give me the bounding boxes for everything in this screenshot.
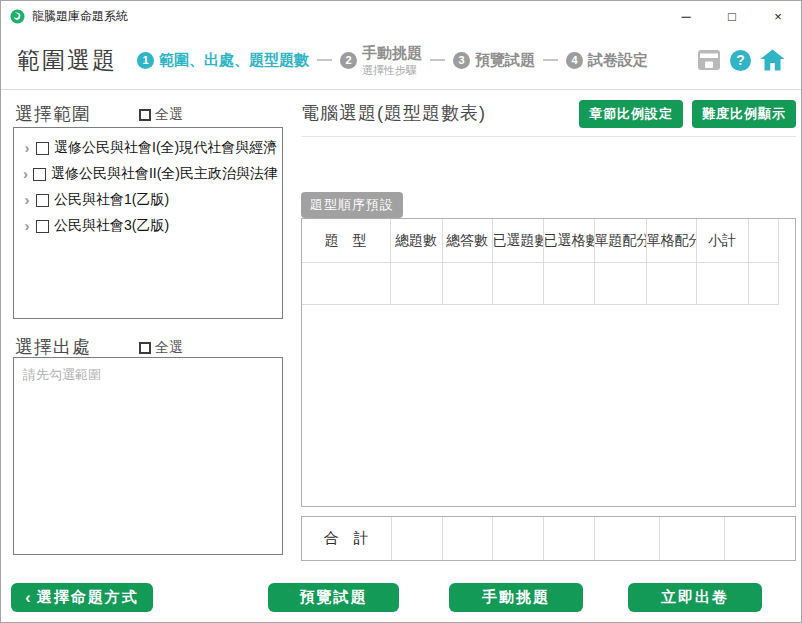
step-4-number: 4 (566, 52, 583, 69)
chevron-right-icon[interactable]: › (20, 193, 34, 207)
range-item-label: 選修公民與社會II(全)民主政治與法律 (51, 165, 278, 183)
range-item-label: 選修公民與社會I(全)現代社會與經濟 (54, 139, 277, 157)
source-select-all-checkbox[interactable] (139, 342, 151, 354)
step-1-number: 1 (137, 52, 154, 69)
manual-pick-button[interactable]: 手動挑題 (449, 583, 583, 612)
col-points-per-cell: 單格配分 (646, 219, 696, 263)
col-selected-questions: 已選題數 (492, 219, 543, 263)
total-row-table: 合 計 (301, 516, 796, 561)
chevron-right-icon[interactable]: › (20, 219, 34, 233)
step-separator (430, 59, 445, 61)
source-select-all-label: 全選 (155, 339, 183, 357)
range-tree-item[interactable]: › 選修公民與社會I(全)現代社會與經濟 (18, 135, 278, 161)
col-extra (748, 219, 778, 263)
col-total-answers: 總答數 (442, 219, 492, 263)
range-tree-item[interactable]: › 選修公民與社會II(全)民主政治與法律 (18, 161, 278, 187)
range-select-all-label: 全選 (155, 106, 183, 124)
step-separator (543, 59, 558, 61)
step-2-manual-pick: 2 手動挑題 選擇性步驟 (340, 44, 422, 76)
difficulty-ratio-button[interactable]: 難度比例顯示 (692, 100, 796, 128)
question-type-table: 題 型 總題數 總答數 已選題數 已選格數 單題配分 單格配分 小計 (301, 218, 796, 507)
panel-divider (301, 136, 796, 137)
chapter-ratio-button[interactable]: 章節比例設定 (579, 100, 683, 128)
col-subtotal: 小計 (696, 219, 748, 263)
source-list-box: 請先勾選範圍 (13, 357, 283, 555)
total-label: 合 計 (302, 517, 391, 560)
save-icon[interactable] (697, 49, 721, 71)
back-to-method-button[interactable]: ‹ 選擇命題方式 (11, 583, 153, 612)
back-to-method-label: 選擇命題方式 (37, 588, 139, 607)
col-question-type: 題 型 (302, 219, 390, 263)
table-empty-row (302, 263, 778, 305)
source-section-title: 選擇出處 (15, 335, 91, 359)
total-row: 合 計 (302, 517, 795, 560)
range-item-checkbox[interactable] (33, 168, 46, 181)
header-icons: ? (697, 49, 785, 71)
chevron-left-icon: ‹ (25, 589, 30, 607)
window-controls: ─ □ × (663, 1, 801, 31)
source-placeholder-text: 請先勾選範圍 (14, 358, 282, 392)
step-separator (317, 59, 332, 61)
step-4-paper-settings: 4 試卷設定 (566, 51, 648, 70)
minimize-button[interactable]: ─ (663, 1, 709, 31)
generate-paper-button[interactable]: 立即出卷 (628, 583, 762, 612)
col-points-per-question: 單題配分 (594, 219, 646, 263)
title-bar: 龍騰題庫命題系統 ─ □ × (1, 1, 801, 31)
step-1-label: 範圍、出處、題型題數 (159, 51, 309, 70)
range-select-all-checkbox[interactable] (139, 109, 151, 121)
close-button[interactable]: × (755, 1, 801, 31)
step-2-label: 手動挑題 (362, 44, 422, 63)
app-logo-icon (10, 9, 25, 24)
table-header-row: 題 型 總題數 總答數 已選題數 已選格數 單題配分 單格配分 小計 (302, 219, 778, 263)
step-indicator: 1 範圍、出處、題型題數 2 手動挑題 選擇性步驟 3 預覽試題 4 試卷設定 (137, 44, 648, 76)
source-select-all[interactable]: 全選 (139, 339, 183, 357)
preview-questions-button[interactable]: 預覽試題 (268, 583, 399, 612)
maximize-button[interactable]: □ (709, 1, 755, 31)
home-icon[interactable] (760, 49, 785, 71)
range-select-all[interactable]: 全選 (139, 106, 183, 124)
step-1-range: 1 範圍、出處、題型題數 (137, 51, 309, 70)
chevron-right-icon[interactable]: › (20, 167, 31, 181)
step-3-number: 3 (453, 52, 470, 69)
app-window: 龍騰題庫命題系統 ─ □ × 範圍選題 1 範圍、出處、題型題數 2 手動挑題 … (0, 0, 802, 623)
range-item-checkbox[interactable] (36, 194, 49, 207)
window-title: 龍騰題庫命題系統 (32, 8, 128, 25)
step-2-sublabel: 選擇性步驟 (362, 65, 422, 76)
step-2-number: 2 (340, 52, 357, 69)
col-total-questions: 總題數 (390, 219, 442, 263)
range-item-checkbox[interactable] (36, 142, 49, 155)
help-icon[interactable]: ? (730, 50, 751, 71)
chevron-right-icon[interactable]: › (20, 141, 34, 155)
col-selected-cells: 已選格數 (543, 219, 594, 263)
step-3-preview: 3 預覽試題 (453, 51, 535, 70)
range-tree-box: › 選修公民與社會I(全)現代社會與經濟 › 選修公民與社會II(全)民主政治與… (13, 127, 283, 319)
range-item-label: 公民與社會3(乙版) (54, 217, 169, 235)
type-order-preset-tag[interactable]: 題型順序預設 (301, 192, 403, 218)
step-3-label: 預覽試題 (475, 51, 535, 70)
range-item-checkbox[interactable] (36, 220, 49, 233)
range-tree-item[interactable]: › 公民與社會1(乙版) (18, 187, 278, 213)
range-tree-item[interactable]: › 公民與社會3(乙版) (18, 213, 278, 239)
page-title: 範圍選題 (17, 45, 117, 76)
range-item-label: 公民與社會1(乙版) (54, 191, 169, 209)
ratio-buttons: 章節比例設定 難度比例顯示 (301, 100, 796, 128)
range-section-title: 選擇範圍 (15, 102, 91, 126)
step-4-label: 試卷設定 (588, 51, 648, 70)
page-header: 範圍選題 1 範圍、出處、題型題數 2 手動挑題 選擇性步驟 3 預覽試題 4 (1, 31, 801, 90)
